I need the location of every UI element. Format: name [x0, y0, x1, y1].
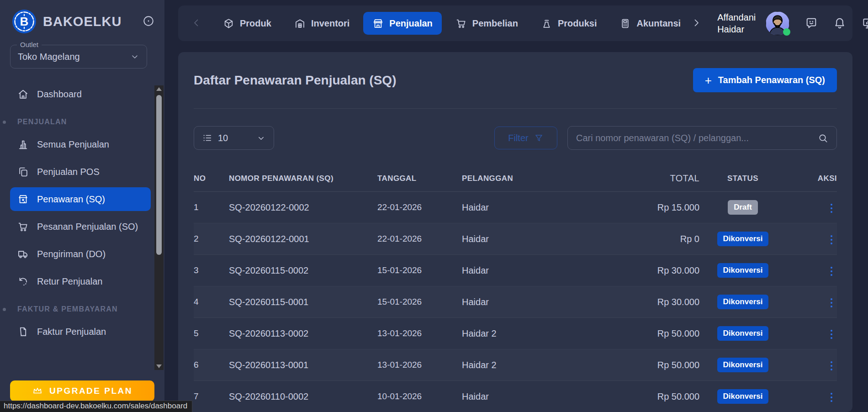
- user-name: Affandani Haidar: [717, 11, 756, 35]
- page-size-select[interactable]: 10: [194, 126, 274, 150]
- card-header: Daftar Penawaran Penjualan (SQ) + Tambah…: [194, 52, 837, 109]
- section-bullet: [3, 121, 6, 124]
- nav-back-chevron-icon[interactable]: [191, 16, 202, 31]
- status-badge: Dikonversi: [717, 263, 769, 278]
- search-input[interactable]: [576, 133, 818, 143]
- scroll-down-arrow[interactable]: [154, 363, 164, 370]
- cart-icon: [455, 18, 467, 29]
- warehouse-icon: [294, 18, 306, 29]
- status-badge: Dikonversi: [717, 326, 769, 341]
- outlet-label: Outlet: [17, 41, 42, 48]
- truck-icon: [17, 248, 29, 260]
- row-actions-kebab-icon[interactable]: [826, 296, 837, 310]
- table-row: 3 SQ-20260115-0002 15-01-2026 Haidar Rp …: [194, 255, 837, 286]
- plus-icon: +: [705, 74, 712, 86]
- table-body: 1 SQ-20260122-0002 22-01-2026 Haidar Rp …: [194, 192, 837, 412]
- row-actions-kebab-icon[interactable]: [826, 390, 837, 405]
- search-icon: [818, 133, 828, 143]
- filter-button[interactable]: Filter: [494, 127, 557, 149]
- status-badge: Draft: [728, 200, 758, 215]
- status-badge: Dikonversi: [717, 232, 769, 246]
- list-icon: [202, 133, 212, 143]
- table-row: 2 SQ-20260122-0001 22-01-2026 Haidar Rp …: [194, 223, 837, 255]
- tab-akuntansi[interactable]: Akuntansi: [610, 12, 690, 35]
- row-actions-kebab-icon[interactable]: [826, 232, 837, 247]
- monitor-chart-icon[interactable]: [862, 17, 868, 30]
- status-badge: Dikonversi: [717, 358, 769, 372]
- sidebar-item-penawaran-sq[interactable]: Penawaran (SQ): [10, 187, 151, 211]
- table-row: 4 SQ-20260115-0001 15-01-2026 Haidar Rp …: [194, 286, 837, 318]
- content-card: Daftar Penawaran Penjualan (SQ) + Tambah…: [178, 52, 852, 412]
- search-box: [567, 126, 837, 150]
- status-badge: Dikonversi: [717, 389, 769, 404]
- sidebar-item-retur-penjualan[interactable]: Retur Penjualan: [10, 269, 151, 293]
- row-actions-kebab-icon[interactable]: [826, 327, 837, 342]
- stall-icon: [17, 194, 29, 205]
- app-root: B BAKOELKU Outlet Toko Magelang Dashboar…: [0, 0, 868, 412]
- status-badge: Dikonversi: [717, 295, 769, 309]
- receipt-icon: [17, 326, 29, 338]
- tab-produksi[interactable]: Produksi: [532, 12, 606, 35]
- status-url-tooltip: https://dashboard-dev.bakoelku.com/sales…: [0, 401, 192, 412]
- main-area: Produk Inventori Penjualan Pembelian Pro…: [164, 0, 868, 412]
- nav-forward-chevron-icon[interactable]: [691, 16, 702, 31]
- table-controls: 10 Filter: [194, 126, 837, 150]
- store-icon: [372, 18, 384, 29]
- topbar-icons: [805, 17, 868, 30]
- sidebar-item-pesanan-penjualan-so[interactable]: Pesanan Penjualan (SO): [10, 215, 151, 238]
- table-row: 6 SQ-20260113-0001 13-01-2026 Haidar 2 R…: [194, 349, 837, 381]
- cart-icon: [17, 221, 29, 232]
- section-bullet: [3, 308, 6, 311]
- chevron-down-icon: [130, 52, 139, 61]
- package-icon: [223, 18, 234, 29]
- table-header-row: NO NOMOR PENAWARAN (SQ) TANGGAL PELANGGA…: [194, 152, 837, 192]
- add-penawaran-button[interactable]: + Tambah Penawaran (SQ): [693, 68, 837, 92]
- table-row: 5 SQ-20260113-0002 13-01-2026 Haidar 2 R…: [194, 318, 837, 349]
- copy-icon: [17, 166, 29, 178]
- sidebar-section-faktur-pembayaran: FAKTUR & PEMBAYARAN: [10, 305, 151, 313]
- sidebar-item-faktur-penjualan[interactable]: Faktur Penjualan: [10, 320, 151, 343]
- page-title: Daftar Penawaran Penjualan (SQ): [194, 73, 396, 88]
- sidebar-item-pengiriman-do[interactable]: Pengiriman (DO): [10, 242, 151, 266]
- row-actions-kebab-icon[interactable]: [826, 201, 837, 216]
- penawaran-table: NO NOMOR PENAWARAN (SQ) TANGGAL PELANGGA…: [194, 152, 837, 412]
- outlet-value: Toko Magelang: [18, 52, 130, 62]
- table-row: 1 SQ-20260122-0002 22-01-2026 Haidar Rp …: [194, 192, 837, 223]
- calculator-icon: [619, 18, 631, 29]
- sidebar-item-penjualan-pos[interactable]: Penjualan POS: [10, 160, 151, 184]
- outlet-select[interactable]: Outlet Toko Magelang: [10, 45, 147, 69]
- row-actions-kebab-icon[interactable]: [826, 359, 837, 373]
- rotate-ccw-icon: [17, 276, 29, 287]
- avatar[interactable]: [766, 11, 789, 35]
- svg-text:B: B: [20, 15, 29, 28]
- scroll-up-arrow[interactable]: [154, 85, 164, 93]
- bakoelku-logo-icon: B: [12, 9, 37, 34]
- top-navigation-bar: Produk Inventori Penjualan Pembelian Pro…: [178, 5, 852, 41]
- sidebar: B BAKOELKU Outlet Toko Magelang Dashboar…: [0, 0, 164, 412]
- crown-icon: [32, 386, 43, 396]
- module-nav: Produk Inventori Penjualan Pembelian Pro…: [214, 12, 690, 35]
- tab-pembelian[interactable]: Pembelian: [446, 12, 527, 35]
- row-actions-kebab-icon[interactable]: [826, 264, 837, 279]
- circle-dot-icon[interactable]: [142, 15, 155, 28]
- chart-column-icon: [17, 139, 29, 150]
- table-row: 7 SQ-20260110-0002 10-01-2026 Haidar Rp …: [194, 381, 837, 412]
- scrollbar-thumb[interactable]: [156, 95, 162, 255]
- upgrade-plan-button[interactable]: UPGRADE PLAN: [10, 380, 154, 401]
- tab-penjualan[interactable]: Penjualan: [363, 12, 441, 35]
- sidebar-item-dashboard[interactable]: Dashboard: [10, 82, 151, 106]
- sidebar-menu: Dashboard PENJUALAN Semua Penjualan Penj…: [0, 69, 164, 343]
- funnel-icon: [534, 133, 544, 143]
- tab-produk[interactable]: Produk: [214, 12, 281, 35]
- factory-icon: [541, 18, 552, 29]
- feedback-message-icon[interactable]: [805, 17, 818, 30]
- sidebar-item-semua-penjualan[interactable]: Semua Penjualan: [10, 132, 151, 156]
- home-icon: [17, 89, 29, 100]
- tab-inventori[interactable]: Inventori: [285, 12, 359, 35]
- sidebar-section-penjualan: PENJUALAN: [10, 118, 151, 126]
- app-title: BAKOELKU: [43, 14, 142, 29]
- chevron-down-icon: [257, 134, 265, 143]
- sidebar-scrollbar[interactable]: [154, 85, 164, 370]
- notifications-bell-icon[interactable]: [833, 17, 846, 30]
- logo-row: B BAKOELKU: [0, 0, 164, 34]
